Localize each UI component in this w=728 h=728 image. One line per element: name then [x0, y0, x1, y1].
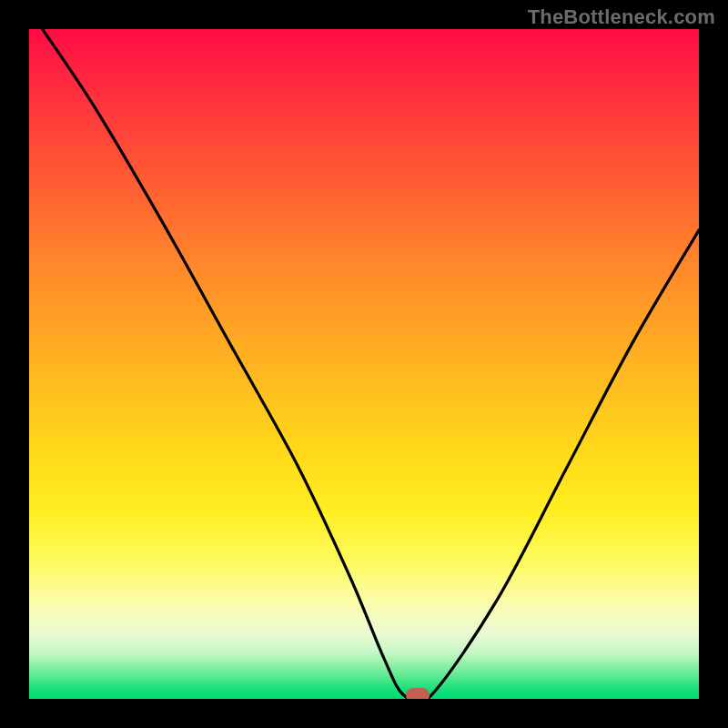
bottleneck-curve — [43, 29, 699, 699]
chart-frame: TheBottleneck.com — [0, 0, 728, 728]
optimal-point-marker — [406, 688, 430, 699]
curve-svg — [29, 29, 699, 699]
plot-area — [29, 29, 699, 699]
watermark-text: TheBottleneck.com — [528, 5, 715, 29]
